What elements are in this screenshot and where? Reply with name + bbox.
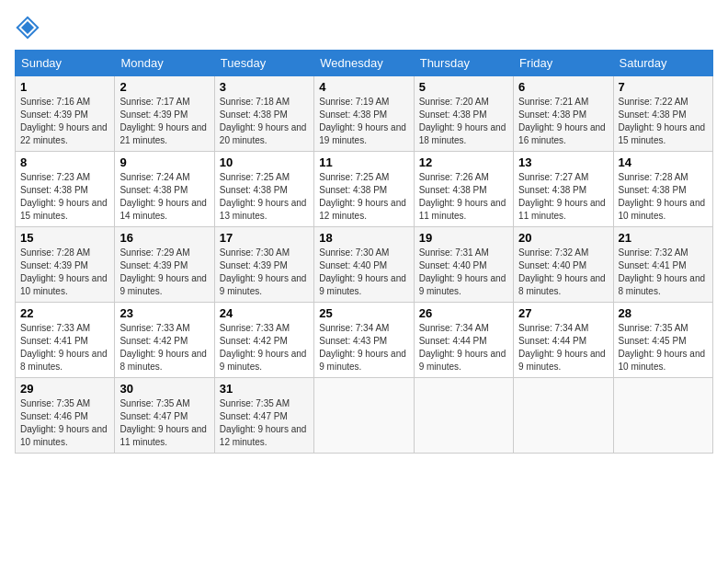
calendar-cell: 11 Sunrise: 7:25 AMSunset: 4:38 PMDaylig… <box>314 152 414 227</box>
weekday-header-wednesday: Wednesday <box>314 51 414 76</box>
calendar-cell: 21 Sunrise: 7:32 AMSunset: 4:41 PMDaylig… <box>613 227 712 303</box>
day-number: 22 <box>20 306 109 320</box>
weekday-header-tuesday: Tuesday <box>214 51 313 76</box>
day-number: 29 <box>20 382 109 396</box>
day-info: Sunrise: 7:34 AMSunset: 4:43 PMDaylight:… <box>319 323 406 372</box>
day-info: Sunrise: 7:34 AMSunset: 4:44 PMDaylight:… <box>419 323 506 372</box>
calendar-week-row: 1 Sunrise: 7:16 AMSunset: 4:39 PMDayligh… <box>16 76 713 152</box>
day-number: 12 <box>419 155 508 169</box>
calendar-cell: 16 Sunrise: 7:29 AMSunset: 4:39 PMDaylig… <box>115 227 214 303</box>
calendar-week-row: 22 Sunrise: 7:33 AMSunset: 4:41 PMDaylig… <box>16 303 713 378</box>
day-info: Sunrise: 7:22 AMSunset: 4:38 PMDaylight:… <box>619 97 706 145</box>
day-number: 1 <box>20 80 109 94</box>
day-info: Sunrise: 7:20 AMSunset: 4:38 PMDaylight:… <box>419 97 506 145</box>
day-info: Sunrise: 7:21 AMSunset: 4:38 PMDaylight:… <box>518 97 606 145</box>
calendar-cell: 6 Sunrise: 7:21 AMSunset: 4:38 PMDayligh… <box>514 76 613 152</box>
day-number: 3 <box>220 80 309 94</box>
day-number: 18 <box>319 231 408 245</box>
day-info: Sunrise: 7:34 AMSunset: 4:44 PMDaylight:… <box>518 323 606 372</box>
calendar-cell: 12 Sunrise: 7:26 AMSunset: 4:38 PMDaylig… <box>414 152 513 227</box>
calendar-cell: 14 Sunrise: 7:28 AMSunset: 4:38 PMDaylig… <box>613 152 712 227</box>
calendar-cell: 8 Sunrise: 7:23 AMSunset: 4:38 PMDayligh… <box>16 152 115 227</box>
day-info: Sunrise: 7:35 AMSunset: 4:47 PMDaylight:… <box>119 398 207 447</box>
calendar-cell: 7 Sunrise: 7:22 AMSunset: 4:38 PMDayligh… <box>613 76 712 152</box>
day-info: Sunrise: 7:28 AMSunset: 4:39 PMDaylight:… <box>20 247 108 296</box>
day-number: 14 <box>619 155 708 169</box>
day-number: 30 <box>119 382 209 396</box>
calendar-cell: 29 Sunrise: 7:35 AMSunset: 4:46 PMDaylig… <box>16 378 115 454</box>
day-info: Sunrise: 7:30 AMSunset: 4:39 PMDaylight:… <box>220 247 307 296</box>
day-info: Sunrise: 7:18 AMSunset: 4:38 PMDaylight:… <box>220 97 307 145</box>
calendar-cell: 24 Sunrise: 7:33 AMSunset: 4:42 PMDaylig… <box>214 303 313 378</box>
day-info: Sunrise: 7:29 AMSunset: 4:39 PMDaylight:… <box>119 247 207 296</box>
weekday-header-friday: Friday <box>514 51 613 76</box>
calendar-cell: 5 Sunrise: 7:20 AMSunset: 4:38 PMDayligh… <box>414 76 513 152</box>
calendar-cell: 30 Sunrise: 7:35 AMSunset: 4:47 PMDaylig… <box>115 378 214 454</box>
day-number: 7 <box>619 80 708 94</box>
calendar-cell: 9 Sunrise: 7:24 AMSunset: 4:38 PMDayligh… <box>115 152 214 227</box>
day-number: 27 <box>518 306 608 320</box>
day-info: Sunrise: 7:27 AMSunset: 4:38 PMDaylight:… <box>518 172 606 221</box>
calendar-cell: 26 Sunrise: 7:34 AMSunset: 4:44 PMDaylig… <box>414 303 513 378</box>
day-number: 24 <box>220 306 309 320</box>
calendar-cell: 19 Sunrise: 7:31 AMSunset: 4:40 PMDaylig… <box>414 227 513 303</box>
day-info: Sunrise: 7:30 AMSunset: 4:40 PMDaylight:… <box>319 247 406 296</box>
calendar-cell <box>314 378 414 454</box>
day-info: Sunrise: 7:33 AMSunset: 4:41 PMDaylight:… <box>20 323 108 372</box>
day-number: 15 <box>20 231 109 245</box>
calendar-cell: 27 Sunrise: 7:34 AMSunset: 4:44 PMDaylig… <box>514 303 613 378</box>
day-info: Sunrise: 7:35 AMSunset: 4:45 PMDaylight:… <box>619 323 706 372</box>
calendar-cell: 31 Sunrise: 7:35 AMSunset: 4:47 PMDaylig… <box>214 378 313 454</box>
calendar-cell: 10 Sunrise: 7:25 AMSunset: 4:38 PMDaylig… <box>214 152 313 227</box>
day-number: 31 <box>220 382 309 396</box>
day-number: 16 <box>119 231 209 245</box>
day-number: 20 <box>518 231 608 245</box>
day-number: 13 <box>518 155 608 169</box>
calendar-cell: 20 Sunrise: 7:32 AMSunset: 4:40 PMDaylig… <box>514 227 613 303</box>
calendar-week-row: 29 Sunrise: 7:35 AMSunset: 4:46 PMDaylig… <box>16 378 713 454</box>
day-info: Sunrise: 7:24 AMSunset: 4:38 PMDaylight:… <box>119 172 207 221</box>
day-info: Sunrise: 7:25 AMSunset: 4:38 PMDaylight:… <box>220 172 307 221</box>
calendar-table: SundayMondayTuesdayWednesdayThursdayFrid… <box>15 50 713 454</box>
calendar-week-row: 8 Sunrise: 7:23 AMSunset: 4:38 PMDayligh… <box>16 152 713 227</box>
day-info: Sunrise: 7:35 AMSunset: 4:46 PMDaylight:… <box>20 398 108 447</box>
logo-icon <box>15 15 40 40</box>
calendar-cell <box>613 378 712 454</box>
day-number: 2 <box>119 80 209 94</box>
day-number: 11 <box>319 155 408 169</box>
day-number: 6 <box>518 80 608 94</box>
calendar-cell <box>514 378 613 454</box>
day-info: Sunrise: 7:17 AMSunset: 4:39 PMDaylight:… <box>119 97 207 145</box>
day-number: 26 <box>419 306 508 320</box>
day-number: 25 <box>319 306 408 320</box>
day-info: Sunrise: 7:35 AMSunset: 4:47 PMDaylight:… <box>220 398 307 447</box>
day-info: Sunrise: 7:33 AMSunset: 4:42 PMDaylight:… <box>220 323 307 372</box>
day-number: 17 <box>220 231 309 245</box>
day-number: 5 <box>419 80 508 94</box>
weekday-header-saturday: Saturday <box>613 51 712 76</box>
day-number: 4 <box>319 80 408 94</box>
calendar-cell: 18 Sunrise: 7:30 AMSunset: 4:40 PMDaylig… <box>314 227 414 303</box>
day-number: 8 <box>20 155 109 169</box>
day-number: 23 <box>119 306 209 320</box>
calendar-cell: 22 Sunrise: 7:33 AMSunset: 4:41 PMDaylig… <box>16 303 115 378</box>
weekday-header-thursday: Thursday <box>414 51 513 76</box>
day-number: 19 <box>419 231 508 245</box>
day-info: Sunrise: 7:33 AMSunset: 4:42 PMDaylight:… <box>119 323 207 372</box>
day-info: Sunrise: 7:16 AMSunset: 4:39 PMDaylight:… <box>20 97 108 145</box>
weekday-header-row: SundayMondayTuesdayWednesdayThursdayFrid… <box>16 51 713 76</box>
calendar-cell: 28 Sunrise: 7:35 AMSunset: 4:45 PMDaylig… <box>613 303 712 378</box>
calendar-cell: 15 Sunrise: 7:28 AMSunset: 4:39 PMDaylig… <box>16 227 115 303</box>
day-info: Sunrise: 7:25 AMSunset: 4:38 PMDaylight:… <box>319 172 406 221</box>
calendar-cell: 25 Sunrise: 7:34 AMSunset: 4:43 PMDaylig… <box>314 303 414 378</box>
day-info: Sunrise: 7:23 AMSunset: 4:38 PMDaylight:… <box>20 172 108 221</box>
calendar-cell <box>414 378 513 454</box>
day-info: Sunrise: 7:31 AMSunset: 4:40 PMDaylight:… <box>419 247 506 296</box>
logo <box>15 15 44 40</box>
calendar-cell: 23 Sunrise: 7:33 AMSunset: 4:42 PMDaylig… <box>115 303 214 378</box>
calendar-cell: 13 Sunrise: 7:27 AMSunset: 4:38 PMDaylig… <box>514 152 613 227</box>
day-number: 9 <box>119 155 209 169</box>
page-header <box>15 15 713 40</box>
calendar-cell: 17 Sunrise: 7:30 AMSunset: 4:39 PMDaylig… <box>214 227 313 303</box>
calendar-week-row: 15 Sunrise: 7:28 AMSunset: 4:39 PMDaylig… <box>16 227 713 303</box>
